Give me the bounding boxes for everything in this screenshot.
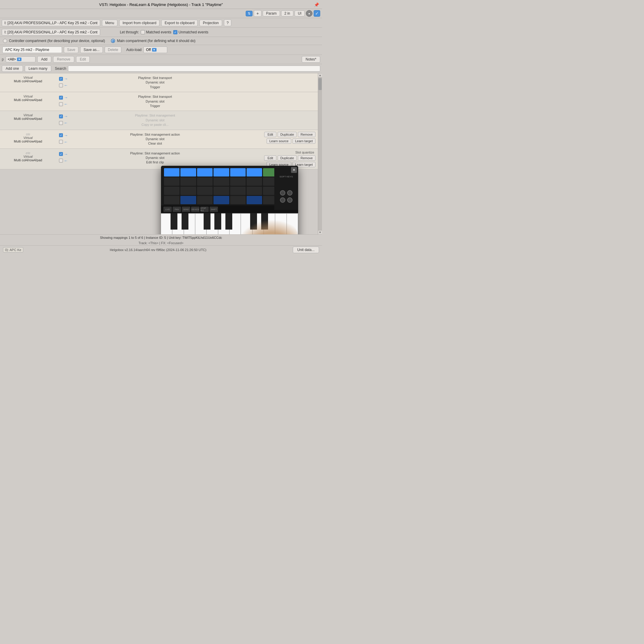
duplicate-button[interactable]: Duplicate [278,155,297,161]
target-col: Playtime: Slot management action Dynamic… [72,151,238,165]
pad[interactable] [164,168,179,177]
pad[interactable] [164,196,179,204]
pad[interactable] [164,187,179,195]
learn-source-button[interactable]: Learn source [267,138,291,144]
white-key[interactable] [287,213,298,234]
add-instance-button[interactable]: + [254,10,261,17]
ctrl-btn-pan[interactable]: PAN [173,207,181,212]
ctrl-btn-live[interactable]: LIVE [163,207,172,212]
pad[interactable] [180,177,196,186]
pad[interactable] [213,168,229,177]
out-checkbox[interactable]: ✓ [59,133,63,137]
save-as-button[interactable]: Save as... [80,47,103,53]
pad[interactable] [247,187,262,195]
remove-button[interactable]: Remove [298,155,315,161]
delete-button[interactable]: Delete [105,47,122,53]
projection-button[interactable]: Projection [199,20,222,26]
black-key[interactable] [261,213,268,230]
out-checkbox[interactable]: ✓ [59,77,63,81]
out-checkbox[interactable]: ✓ [59,114,63,118]
pad[interactable] [230,187,246,195]
in-checkbox[interactable] [59,102,63,106]
search-input[interactable] [68,66,320,72]
ctrl-btn-send[interactable]: SEND [182,207,190,212]
ui-button[interactable]: UI [295,10,305,16]
edit-mapping-button[interactable]: Edit [76,56,90,63]
knob-k1[interactable] [280,190,285,196]
pad[interactable] [213,177,229,186]
unmatched-events-checkbox[interactable]: ✓ [173,30,177,34]
export-clipboard-button[interactable]: Export to clipboard [161,20,198,26]
in-checkbox[interactable] [59,121,63,125]
learn-target-button[interactable]: Learn target [292,138,315,144]
close-overlay-button[interactable]: ✕ [291,167,297,173]
knob-k2[interactable] [287,190,292,196]
filter-select[interactable]: <All> ▼ [6,56,35,62]
black-key[interactable] [225,213,232,230]
black-key[interactable] [204,213,210,230]
import-clipboard-button[interactable]: Import from clipboard [119,20,160,26]
pad[interactable] [180,196,196,204]
learn-many-button[interactable]: Learn many [25,65,51,72]
pad[interactable] [197,187,213,195]
edit-button[interactable]: Edit [264,132,276,137]
pad[interactable] [230,196,246,204]
scroll-down-button[interactable]: ▼ [318,230,322,234]
scroll-up-button[interactable]: ▲ [318,73,322,78]
scroll-track[interactable] [318,78,322,230]
main-compartment-radio[interactable] [111,39,115,43]
remove-mapping-button[interactable]: Remove [53,56,74,63]
pad[interactable] [213,187,229,195]
ctrl-btn-stop[interactable]: STOP ALL [200,207,209,212]
preset-name-input[interactable] [2,47,62,53]
confirm-button[interactable]: ✓ [314,10,320,17]
clock-icon[interactable]: ● [306,10,312,17]
edit-button[interactable]: Edit [264,155,276,161]
filter-arrow-icon[interactable]: ▼ [17,58,21,61]
pad[interactable] [230,168,246,177]
add-mapping-button[interactable]: Add [37,56,51,63]
remove-button[interactable]: Remove [298,132,315,137]
pad[interactable] [247,177,262,186]
matched-events-checkbox[interactable] [141,30,145,34]
black-key[interactable] [214,213,221,230]
pad[interactable] [247,196,262,204]
pad[interactable] [230,177,246,186]
pad[interactable] [197,177,213,186]
scroll-thumb[interactable] [318,78,322,90]
pad[interactable] [180,187,196,195]
black-key[interactable] [171,213,177,230]
pad[interactable] [213,196,229,204]
duplicate-button[interactable]: Duplicate [278,132,297,137]
out-checkbox[interactable]: ✓ [59,96,63,100]
black-key[interactable] [182,213,188,230]
add-one-button[interactable]: Add one [2,65,23,72]
nav-arrows-button[interactable]: ⇅ [246,11,253,16]
notes-button[interactable]: Notes* [302,56,320,63]
black-key[interactable] [250,213,257,230]
vertical-scrollbar[interactable]: ▲ ▼ [318,73,322,234]
ctrl-btn-device[interactable]: DEVICE [191,207,199,212]
in-checkbox[interactable] [59,140,63,144]
inputs-button[interactable]: 2 in [281,10,293,16]
out-checkbox[interactable]: ✓ [59,152,63,156]
in-checkbox[interactable] [59,159,63,162]
knob-k4[interactable] [287,197,292,203]
auto-load-arrow-icon[interactable]: ▼ [152,48,157,52]
pad[interactable] [164,177,179,186]
controller-compartment-radio[interactable] [3,39,7,43]
pad[interactable] [180,168,196,177]
white-key[interactable] [275,213,287,234]
unit-data-button[interactable]: Unit data... [293,247,319,253]
save-button[interactable]: Save [64,47,78,53]
param-button[interactable]: Param [263,10,280,16]
auto-load-select[interactable]: Off ▼ [143,47,167,53]
pad[interactable] [197,196,213,204]
pad[interactable] [247,168,262,177]
in-checkbox[interactable] [59,83,63,87]
pad[interactable] [197,168,213,177]
ctrl-btn-shift[interactable]: SHIFT [210,207,218,212]
menu-button[interactable]: Menu [102,20,117,26]
help-button[interactable]: ? [224,19,231,26]
knob-k3[interactable] [280,197,285,203]
